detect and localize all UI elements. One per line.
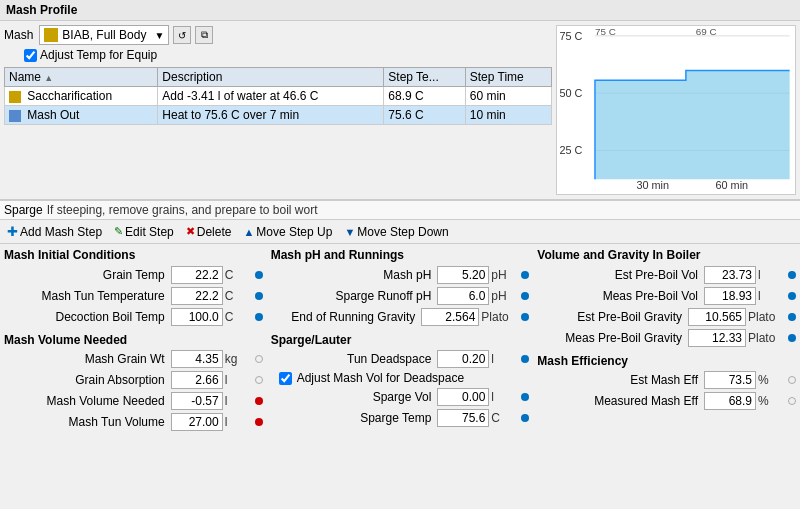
est-mash-eff-unit: %	[758, 373, 786, 387]
meas-preboil-grav-label: Meas Pre-Boil Gravity	[537, 331, 686, 345]
mash-tun-temp-unit: C	[225, 289, 253, 303]
est-preboil-vol-unit: l	[758, 268, 786, 282]
svg-text:75 C: 75 C	[595, 26, 616, 37]
mash-tun-temp-input[interactable]	[171, 287, 223, 305]
sparge-temp-label: Sparge Temp	[271, 411, 436, 425]
adjust-temp-checkbox[interactable]	[24, 49, 37, 62]
mash-grain-wt-input[interactable]	[171, 350, 223, 368]
sparge-text: If steeping, remove grains, and prepare …	[47, 203, 318, 217]
sparge-temp-dot	[521, 414, 529, 422]
meas-mash-eff-dot	[788, 397, 796, 405]
mash-volume-header: Mash Volume Needed	[4, 333, 263, 347]
tun-deadspace-row: Tun Deadspace l	[271, 350, 530, 368]
meas-preboil-vol-input[interactable]	[704, 287, 756, 305]
top-section: Mash BIAB, Full Body ▼ ↺ ⧉ Adjust Temp f…	[0, 21, 800, 200]
sparge-vol-dot	[521, 393, 529, 401]
mash-grain-wt-label: Mash Grain Wt	[4, 352, 169, 366]
title-text: Mash Profile	[6, 3, 77, 17]
end-running-unit: Plato	[481, 310, 519, 324]
grain-temp-dot	[255, 271, 263, 279]
mash-reset-button[interactable]: ↺	[173, 26, 191, 44]
sparge-vol-label: Sparge Vol	[271, 390, 436, 404]
est-preboil-grav-unit: Plato	[748, 310, 786, 324]
est-preboil-grav-row: Est Pre-Boil Gravity Plato	[537, 308, 796, 326]
mash-tun-vol-row: Mash Tun Volume l	[4, 413, 263, 431]
mash-vol-needed-dot	[255, 397, 263, 405]
est-preboil-grav-label: Est Pre-Boil Gravity	[537, 310, 686, 324]
end-running-input[interactable]	[421, 308, 479, 326]
adjust-temp-label: Adjust Temp for Equip	[40, 48, 157, 62]
decoction-boil-input[interactable]	[171, 308, 223, 326]
grain-absorption-input[interactable]	[171, 371, 223, 389]
mash-ph-input[interactable]	[437, 266, 489, 284]
delete-button[interactable]: ✖ Delete	[183, 224, 235, 240]
adjust-mash-vol-row: Adjust Mash Vol for Deadspace	[279, 371, 530, 385]
move-up-button[interactable]: ▲ Move Step Up	[240, 224, 335, 240]
mash-initial-header: Mash Initial Conditions	[4, 248, 263, 262]
grain-temp-row: Grain Temp C	[4, 266, 263, 284]
grain-temp-label: Grain Temp	[4, 268, 169, 282]
mash-tun-vol-input[interactable]	[171, 413, 223, 431]
sparge-temp-input[interactable]	[437, 409, 489, 427]
row1-steptemp: 68.9 C	[384, 87, 465, 106]
sparge-vol-unit: l	[491, 390, 519, 404]
delete-label: Delete	[197, 225, 232, 239]
mash-tun-vol-label: Mash Tun Volume	[4, 415, 169, 429]
tun-deadspace-label: Tun Deadspace	[271, 352, 436, 366]
edit-icon: ✎	[114, 225, 123, 238]
edit-step-button[interactable]: ✎ Edit Step	[111, 224, 177, 240]
mash-dropdown-icon	[44, 28, 58, 42]
est-preboil-grav-input[interactable]	[688, 308, 746, 326]
end-running-label: End of Running Gravity	[271, 310, 420, 324]
svg-text:75 C: 75 C	[559, 30, 582, 42]
col-steptime[interactable]: Step Time	[465, 68, 551, 87]
add-mash-step-button[interactable]: ✚ Add Mash Step	[4, 223, 105, 240]
est-mash-eff-input[interactable]	[704, 371, 756, 389]
row1-icon	[9, 91, 21, 103]
move-down-label: Move Step Down	[357, 225, 448, 239]
mash-ph-label: Mash pH	[271, 268, 436, 282]
svg-text:25 C: 25 C	[559, 144, 582, 156]
mash-table: Name ▲ Description Step Te... Step Time …	[4, 67, 552, 125]
dropdown-arrow-icon: ▼	[154, 30, 164, 41]
meas-preboil-grav-input[interactable]	[688, 329, 746, 347]
plus-icon: ✚	[7, 224, 18, 239]
tun-deadspace-input[interactable]	[437, 350, 489, 368]
grain-temp-input[interactable]	[171, 266, 223, 284]
mash-vol-needed-input[interactable]	[171, 392, 223, 410]
col-name[interactable]: Name ▲	[5, 68, 158, 87]
mash-ph-unit: pH	[491, 268, 519, 282]
mash-dropdown[interactable]: BIAB, Full Body ▼	[39, 25, 169, 45]
col-desc[interactable]: Description	[158, 68, 384, 87]
sparge-runoff-row: Sparge Runoff pH pH	[271, 287, 530, 305]
meas-mash-eff-input[interactable]	[704, 392, 756, 410]
adjust-mash-vol-checkbox[interactable]	[279, 372, 292, 385]
grain-absorption-dot	[255, 376, 263, 384]
table-row[interactable]: Saccharification Add -3.41 l of water at…	[5, 87, 552, 106]
sparge-runoff-dot	[521, 292, 529, 300]
decoction-boil-dot	[255, 313, 263, 321]
sparge-vol-input[interactable]	[437, 388, 489, 406]
meas-mash-eff-unit: %	[758, 394, 786, 408]
move-down-button[interactable]: ▼ Move Step Down	[341, 224, 451, 240]
meas-mash-eff-row: Measured Mash Eff %	[537, 392, 796, 410]
table-row[interactable]: Mash Out Heat to 75.6 C over 7 min 75.6 …	[5, 106, 552, 125]
mash-copy-button[interactable]: ⧉	[195, 26, 213, 44]
row1-desc: Add -3.41 l of water at 46.6 C	[158, 87, 384, 106]
est-mash-eff-dot	[788, 376, 796, 384]
sparge-runoff-input[interactable]	[437, 287, 489, 305]
svg-text:69 C: 69 C	[696, 26, 717, 37]
sparge-runoff-unit: pH	[491, 289, 519, 303]
col-steptemp[interactable]: Step Te...	[384, 68, 465, 87]
mash-ph-dot	[521, 271, 529, 279]
tun-deadspace-unit: l	[491, 352, 519, 366]
meas-preboil-vol-row: Meas Pre-Boil Vol l	[537, 287, 796, 305]
mash-vol-needed-unit: l	[225, 394, 253, 408]
mash-tun-temp-dot	[255, 292, 263, 300]
est-preboil-vol-input[interactable]	[704, 266, 756, 284]
adjust-mash-vol-label: Adjust Mash Vol for Deadspace	[297, 371, 464, 385]
volume-gravity-header: Volume and Gravity In Boiler	[537, 248, 796, 262]
svg-marker-10	[595, 70, 790, 179]
add-label: Add Mash Step	[20, 225, 102, 239]
tun-deadspace-dot	[521, 355, 529, 363]
